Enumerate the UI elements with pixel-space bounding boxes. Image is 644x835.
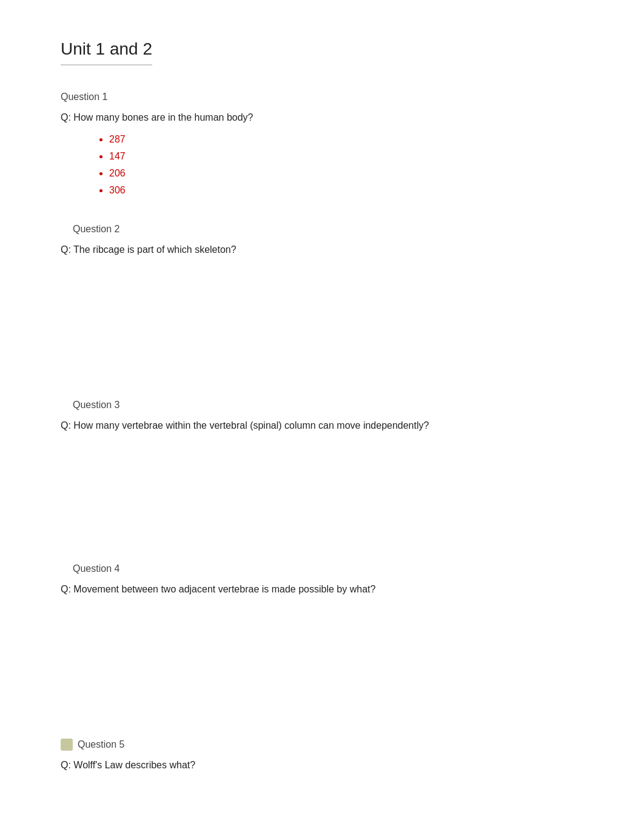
page-title: Unit 1 and 2	[61, 36, 152, 65]
answer-1-4: 306	[109, 183, 583, 198]
question-2-text: Q: The ribcage is part of which skeleton…	[61, 243, 583, 257]
question-5-label: Question 5	[78, 737, 124, 752]
question-2-spacer	[61, 264, 583, 374]
answer-1-2: 147	[109, 149, 583, 164]
question-block-3: Question 3 Q: How many vertebrae within …	[61, 398, 583, 537]
question-block-4: Question 4 Q: Movement between two adjac…	[61, 562, 583, 713]
question-5-text: Q: Wolff's Law describes what?	[61, 758, 583, 773]
question-2-label: Question 2	[73, 222, 583, 236]
answer-1-1: 287	[109, 132, 583, 147]
question-block-1: Question 1 Q: How many bones are in the …	[61, 90, 583, 198]
question-block-2: Question 2 Q: The ribcage is part of whi…	[61, 222, 583, 374]
question-1-label: Question 1	[61, 90, 583, 104]
question-1-answers: 287 147 206 306	[109, 132, 583, 198]
question-5-label-row: Question 5	[61, 737, 583, 752]
question-4-label: Question 4	[73, 562, 583, 576]
question-4-text: Q: Movement between two adjacent vertebr…	[61, 582, 583, 597]
question-5-indicator	[61, 739, 73, 751]
question-1-text: Q: How many bones are in the human body?	[61, 110, 583, 125]
question-block-5: Question 5 Q: Wolff's Law describes what…	[61, 737, 583, 773]
question-3-text: Q: How many vertebrae within the vertebr…	[61, 418, 583, 433]
question-3-label: Question 3	[73, 398, 583, 412]
answer-1-3: 206	[109, 166, 583, 181]
question-3-spacer	[61, 440, 583, 537]
question-4-spacer	[61, 604, 583, 713]
